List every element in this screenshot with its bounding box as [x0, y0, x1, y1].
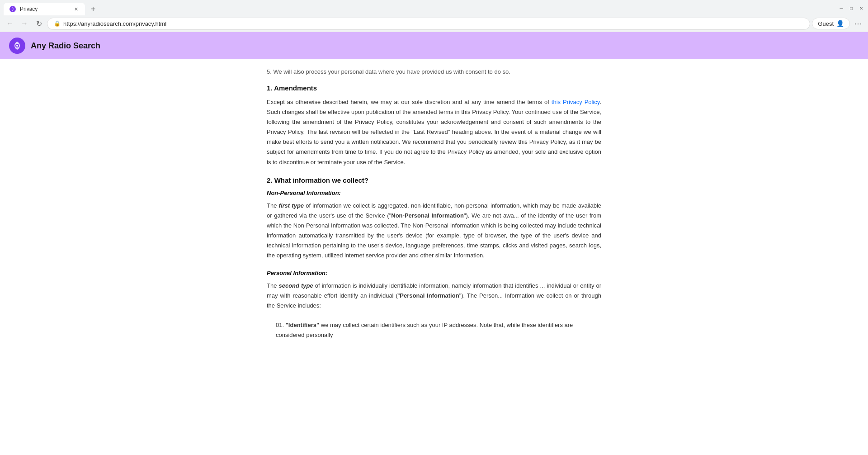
subsection1-heading: Non-Personal Information: — [267, 190, 601, 196]
tab-close-button[interactable]: ✕ — [72, 5, 80, 13]
list-number: 01. — [276, 322, 284, 328]
lock-icon: 🔒 — [54, 20, 61, 27]
non-personal-info-term: Non-Personal Information — [391, 212, 464, 219]
guest-label: Guest — [818, 20, 834, 27]
section2-heading: 2. What information we collect? — [267, 176, 601, 184]
navigation-bar: ← → ↻ 🔒 https://anyradiosearch.com/priva… — [0, 15, 868, 32]
url-text: https://anyradiosearch.com/privacy.html — [63, 20, 803, 27]
maximize-button[interactable]: □ — [848, 5, 854, 11]
account-icon: 👤 — [836, 20, 844, 27]
personal-info-term: Personal Information — [400, 292, 459, 299]
svg-point-1 — [12, 8, 14, 10]
subsection2-paragraph: The second type of information is indivi… — [267, 281, 601, 311]
tab-favicon — [9, 5, 16, 13]
first-type-label: first type — [279, 202, 304, 209]
title-bar: Privacy ✕ + ─ □ ✕ — [0, 0, 868, 15]
minimize-button[interactable]: ─ — [838, 5, 844, 11]
identifiers-term: "Identifiers" — [286, 322, 319, 328]
section1-heading: 1. Amendments — [267, 84, 601, 92]
browser-tab[interactable]: Privacy ✕ — [4, 3, 85, 15]
new-tab-button[interactable]: + — [87, 3, 99, 15]
browser-chrome: Privacy ✕ + ─ □ ✕ ← → ↻ — [0, 0, 868, 32]
address-bar[interactable]: 🔒 https://anyradiosearch.com/privacy.htm… — [47, 18, 810, 30]
page-content: 5. We will also process your personal da… — [249, 59, 619, 361]
svg-point-3 — [16, 45, 18, 47]
section1-paragraph: Except as otherwise described herein, we… — [267, 97, 601, 167]
guest-button[interactable]: Guest 👤 — [812, 18, 850, 29]
site-name: Any Radio Search — [31, 41, 100, 51]
inline-link-1: this Privacy Policy — [552, 99, 600, 105]
window-controls: ─ □ ✕ — [838, 5, 864, 13]
reload-button[interactable]: ↻ — [33, 17, 45, 30]
close-window-button[interactable]: ✕ — [858, 5, 864, 11]
site-logo — [9, 38, 25, 54]
tab-title: Privacy — [20, 6, 69, 12]
subsection2-heading: Personal Information: — [267, 270, 601, 276]
back-button[interactable]: ← — [4, 17, 16, 30]
subsection1-paragraph: The first type of information we collect… — [267, 201, 601, 261]
forward-button[interactable]: → — [18, 17, 31, 30]
second-type-label: second type — [278, 282, 313, 289]
top-note: 5. We will also process your personal da… — [267, 68, 601, 75]
list-item-01: 01. "Identifiers" we may collect certain… — [267, 320, 601, 340]
site-header: Any Radio Search — [0, 32, 868, 59]
browser-menu-button[interactable]: ⋯ — [852, 17, 864, 30]
